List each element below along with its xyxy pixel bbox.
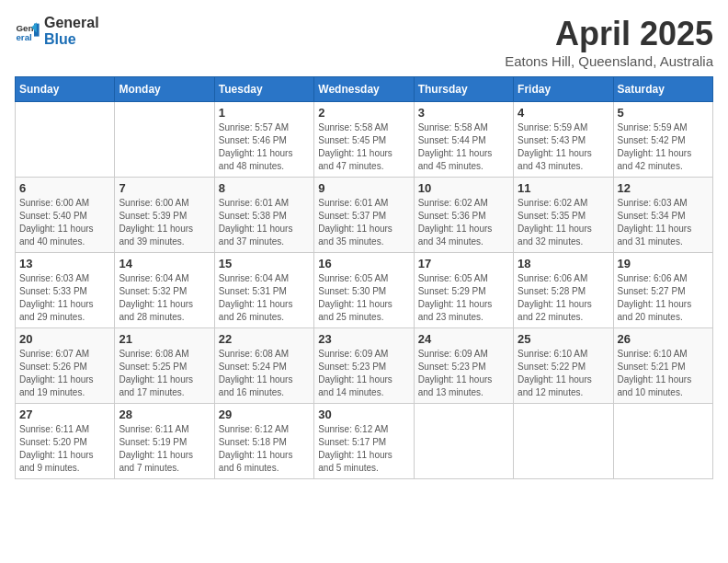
- day-info: Sunrise: 5:58 AM Sunset: 5:45 PM Dayligh…: [318, 121, 409, 173]
- calendar-cell: 2Sunrise: 5:58 AM Sunset: 5:45 PM Daylig…: [314, 102, 414, 178]
- day-info: Sunrise: 6:06 AM Sunset: 5:28 PM Dayligh…: [518, 272, 609, 324]
- calendar-cell: 24Sunrise: 6:09 AM Sunset: 5:23 PM Dayli…: [414, 328, 513, 404]
- calendar-cell: [16, 102, 115, 178]
- day-info: Sunrise: 6:12 AM Sunset: 5:17 PM Dayligh…: [318, 423, 409, 475]
- weekday-header-saturday: Saturday: [613, 77, 712, 102]
- calendar-cell: 12Sunrise: 6:03 AM Sunset: 5:34 PM Dayli…: [613, 178, 712, 253]
- calendar-cell: 4Sunrise: 5:59 AM Sunset: 5:43 PM Daylig…: [514, 102, 613, 178]
- calendar-cell: 29Sunrise: 6:12 AM Sunset: 5:18 PM Dayli…: [214, 404, 313, 479]
- calendar-cell: 14Sunrise: 6:04 AM Sunset: 5:32 PM Dayli…: [115, 253, 214, 328]
- day-info: Sunrise: 6:07 AM Sunset: 5:26 PM Dayligh…: [19, 348, 110, 399]
- calendar-week-2: 6Sunrise: 6:00 AM Sunset: 5:40 PM Daylig…: [16, 178, 713, 253]
- day-number: 19: [618, 257, 709, 270]
- calendar-cell: 5Sunrise: 5:59 AM Sunset: 5:42 PM Daylig…: [613, 102, 712, 178]
- calendar-body: 1Sunrise: 5:57 AM Sunset: 5:46 PM Daylig…: [16, 102, 713, 479]
- calendar-cell: 30Sunrise: 6:12 AM Sunset: 5:17 PM Dayli…: [314, 404, 414, 479]
- svg-text:eral: eral: [16, 31, 32, 41]
- day-number: 20: [19, 332, 110, 346]
- weekday-header-wednesday: Wednesday: [314, 77, 414, 102]
- day-number: 29: [219, 408, 310, 421]
- day-number: 15: [219, 257, 310, 270]
- day-info: Sunrise: 6:03 AM Sunset: 5:34 PM Dayligh…: [618, 197, 709, 248]
- calendar-cell: [414, 404, 513, 479]
- calendar-cell: 22Sunrise: 6:08 AM Sunset: 5:24 PM Dayli…: [214, 328, 313, 404]
- weekday-header-sunday: Sunday: [16, 77, 115, 102]
- header: Gen eral General Blue April 2025 Eatons …: [15, 15, 713, 69]
- calendar-cell: 15Sunrise: 6:04 AM Sunset: 5:31 PM Dayli…: [214, 253, 313, 328]
- day-info: Sunrise: 6:12 AM Sunset: 5:18 PM Dayligh…: [219, 423, 310, 475]
- day-info: Sunrise: 6:08 AM Sunset: 5:24 PM Dayligh…: [219, 348, 310, 399]
- day-number: 16: [318, 257, 409, 270]
- day-info: Sunrise: 6:11 AM Sunset: 5:19 PM Dayligh…: [119, 423, 210, 475]
- day-info: Sunrise: 6:08 AM Sunset: 5:25 PM Dayligh…: [119, 348, 210, 399]
- day-number: 12: [618, 181, 709, 195]
- logo: Gen eral General Blue: [15, 15, 99, 47]
- calendar-cell: 20Sunrise: 6:07 AM Sunset: 5:26 PM Dayli…: [16, 328, 115, 404]
- day-number: 10: [418, 181, 509, 195]
- calendar-cell: 13Sunrise: 6:03 AM Sunset: 5:33 PM Dayli…: [16, 253, 115, 328]
- day-number: 24: [418, 332, 509, 346]
- calendar-cell: 9Sunrise: 6:01 AM Sunset: 5:37 PM Daylig…: [314, 178, 414, 253]
- calendar-week-3: 13Sunrise: 6:03 AM Sunset: 5:33 PM Dayli…: [16, 253, 713, 328]
- calendar-cell: 26Sunrise: 6:10 AM Sunset: 5:21 PM Dayli…: [613, 328, 712, 404]
- logo-general-text: General: [44, 15, 99, 31]
- calendar-cell: 6Sunrise: 6:00 AM Sunset: 5:40 PM Daylig…: [16, 178, 115, 253]
- day-number: 23: [318, 332, 409, 346]
- day-number: 7: [119, 181, 210, 195]
- day-number: 11: [518, 181, 609, 195]
- weekday-header-friday: Friday: [514, 77, 613, 102]
- calendar-cell: 8Sunrise: 6:01 AM Sunset: 5:38 PM Daylig…: [214, 178, 313, 253]
- day-number: 6: [19, 181, 110, 195]
- day-number: 2: [318, 106, 409, 120]
- day-number: 4: [518, 106, 609, 120]
- day-info: Sunrise: 5:59 AM Sunset: 5:43 PM Dayligh…: [518, 121, 609, 173]
- day-info: Sunrise: 6:04 AM Sunset: 5:32 PM Dayligh…: [119, 272, 210, 324]
- calendar-cell: 19Sunrise: 6:06 AM Sunset: 5:27 PM Dayli…: [613, 253, 712, 328]
- day-info: Sunrise: 6:10 AM Sunset: 5:22 PM Dayligh…: [518, 348, 609, 399]
- day-info: Sunrise: 6:11 AM Sunset: 5:20 PM Dayligh…: [19, 423, 110, 475]
- day-number: 1: [219, 106, 310, 120]
- day-number: 18: [518, 257, 609, 270]
- weekday-header-row: SundayMondayTuesdayWednesdayThursdayFrid…: [16, 77, 713, 102]
- calendar-week-5: 27Sunrise: 6:11 AM Sunset: 5:20 PM Dayli…: [16, 404, 713, 479]
- day-number: 8: [219, 181, 310, 195]
- day-number: 21: [119, 332, 210, 346]
- day-number: 13: [19, 257, 110, 270]
- calendar-cell: 1Sunrise: 5:57 AM Sunset: 5:46 PM Daylig…: [214, 102, 313, 178]
- calendar-cell: 11Sunrise: 6:02 AM Sunset: 5:35 PM Dayli…: [514, 178, 613, 253]
- calendar-cell: [514, 404, 613, 479]
- day-info: Sunrise: 6:02 AM Sunset: 5:36 PM Dayligh…: [418, 197, 509, 248]
- calendar-week-4: 20Sunrise: 6:07 AM Sunset: 5:26 PM Dayli…: [16, 328, 713, 404]
- location-title: Eatons Hill, Queensland, Australia: [505, 53, 713, 69]
- title-area: April 2025 Eatons Hill, Queensland, Aust…: [505, 15, 713, 69]
- day-number: 3: [418, 106, 509, 120]
- day-info: Sunrise: 6:06 AM Sunset: 5:27 PM Dayligh…: [618, 272, 709, 324]
- calendar-cell: 23Sunrise: 6:09 AM Sunset: 5:23 PM Dayli…: [314, 328, 414, 404]
- calendar-cell: 21Sunrise: 6:08 AM Sunset: 5:25 PM Dayli…: [115, 328, 214, 404]
- calendar-cell: 28Sunrise: 6:11 AM Sunset: 5:19 PM Dayli…: [115, 404, 214, 479]
- day-info: Sunrise: 6:05 AM Sunset: 5:30 PM Dayligh…: [318, 272, 409, 324]
- day-number: 17: [418, 257, 509, 270]
- weekday-header-tuesday: Tuesday: [214, 77, 313, 102]
- calendar-cell: 10Sunrise: 6:02 AM Sunset: 5:36 PM Dayli…: [414, 178, 513, 253]
- weekday-header-thursday: Thursday: [414, 77, 513, 102]
- calendar-cell: 16Sunrise: 6:05 AM Sunset: 5:30 PM Dayli…: [314, 253, 414, 328]
- day-info: Sunrise: 5:59 AM Sunset: 5:42 PM Dayligh…: [618, 121, 709, 173]
- day-info: Sunrise: 6:03 AM Sunset: 5:33 PM Dayligh…: [19, 272, 110, 324]
- day-number: 14: [119, 257, 210, 270]
- day-number: 26: [618, 332, 709, 346]
- weekday-header-monday: Monday: [115, 77, 214, 102]
- day-number: 9: [318, 181, 409, 195]
- calendar-week-1: 1Sunrise: 5:57 AM Sunset: 5:46 PM Daylig…: [16, 102, 713, 178]
- day-number: 27: [19, 408, 110, 421]
- day-info: Sunrise: 6:00 AM Sunset: 5:40 PM Dayligh…: [19, 197, 110, 248]
- day-info: Sunrise: 6:01 AM Sunset: 5:38 PM Dayligh…: [219, 197, 310, 248]
- day-info: Sunrise: 6:00 AM Sunset: 5:39 PM Dayligh…: [119, 197, 210, 248]
- calendar-cell: 18Sunrise: 6:06 AM Sunset: 5:28 PM Dayli…: [514, 253, 613, 328]
- day-info: Sunrise: 6:04 AM Sunset: 5:31 PM Dayligh…: [219, 272, 310, 324]
- calendar-header: SundayMondayTuesdayWednesdayThursdayFrid…: [16, 77, 713, 102]
- day-info: Sunrise: 5:58 AM Sunset: 5:44 PM Dayligh…: [418, 121, 509, 173]
- logo-blue-text: Blue: [44, 31, 99, 48]
- day-info: Sunrise: 6:09 AM Sunset: 5:23 PM Dayligh…: [318, 348, 409, 399]
- logo-icon: Gen eral: [15, 18, 40, 44]
